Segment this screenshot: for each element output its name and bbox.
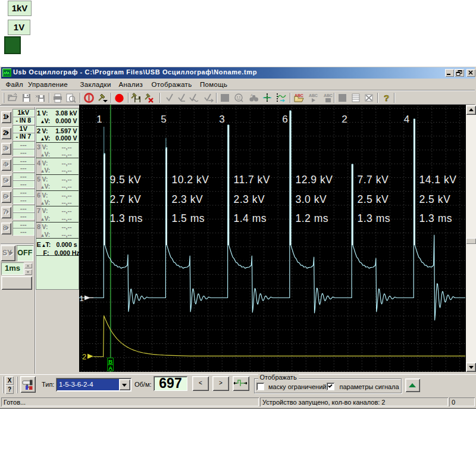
svg-text:1.3 ms: 1.3 ms: [419, 212, 453, 224]
svg-text:1.5 ms: 1.5 ms: [172, 212, 205, 224]
svg-text:2.3 kV: 2.3 kV: [172, 193, 203, 205]
svg-text:4: 4: [404, 114, 409, 125]
svg-text:2.5 kV: 2.5 kV: [358, 193, 389, 205]
svg-text:12.9 kV: 12.9 kV: [296, 174, 333, 186]
svg-text:10.2 kV: 10.2 kV: [172, 174, 209, 186]
svg-text:6: 6: [282, 114, 287, 125]
svg-text:7.7 kV: 7.7 kV: [358, 174, 389, 186]
svg-text:5: 5: [161, 114, 166, 125]
svg-text:2.7 kV: 2.7 kV: [110, 193, 142, 205]
svg-text:3: 3: [219, 114, 224, 125]
svg-text:3.0 kV: 3.0 kV: [296, 193, 327, 205]
svg-text:1: 1: [80, 294, 84, 303]
svg-text:2.3 kV: 2.3 kV: [234, 193, 265, 205]
svg-text:АВС: АВС: [309, 93, 318, 98]
svg-text:2: 2: [342, 114, 347, 125]
svg-text:9.5 kV: 9.5 kV: [110, 174, 142, 186]
svg-text:?: ?: [384, 93, 389, 103]
svg-text:11.7 kV: 11.7 kV: [234, 174, 271, 186]
svg-text:1.3 ms: 1.3 ms: [358, 212, 391, 224]
svg-text:A: A: [250, 93, 253, 97]
svg-text:1.4 ms: 1.4 ms: [234, 212, 267, 224]
svg-text:2.5 kV: 2.5 kV: [419, 193, 451, 205]
svg-text:2: 2: [82, 352, 86, 361]
svg-text:1.2 ms: 1.2 ms: [296, 212, 329, 224]
svg-text:B: B: [108, 358, 112, 365]
svg-text:1: 1: [96, 114, 102, 125]
svg-text:АВС: АВС: [324, 93, 333, 98]
svg-text:A: A: [108, 365, 112, 371]
svg-text:14.1 kV: 14.1 kV: [419, 174, 457, 186]
svg-text:1.3 ms: 1.3 ms: [110, 212, 143, 224]
